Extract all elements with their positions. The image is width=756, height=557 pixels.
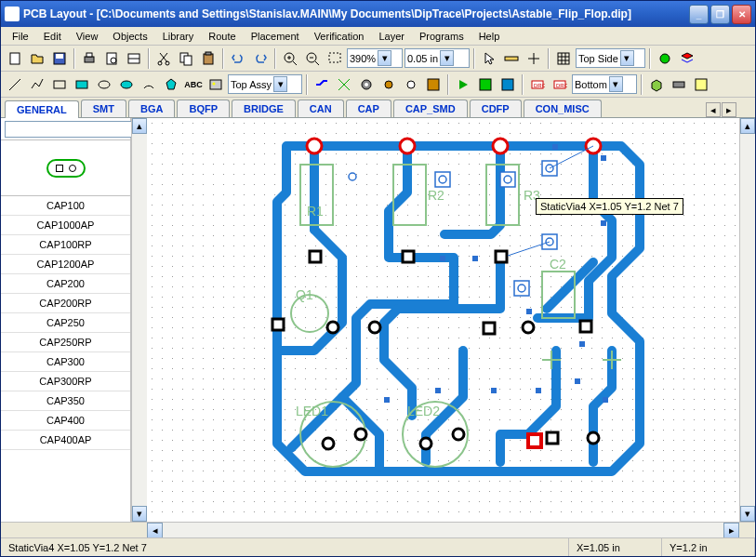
list-item[interactable]: CAP350 [1, 391, 130, 411]
3d-icon[interactable] [646, 74, 667, 95]
open-icon[interactable] [27, 48, 47, 69]
drc2-icon[interactable]: DRC [550, 74, 570, 95]
canvas-scroll-v[interactable]: ▴ ▾ [739, 118, 755, 522]
tab-smt[interactable]: SMT [81, 99, 126, 117]
scroll-left-icon[interactable]: ◂ [147, 523, 163, 538]
arc-icon[interactable] [139, 74, 159, 95]
autoroute-icon[interactable] [475, 74, 496, 95]
undo-icon[interactable] [228, 48, 248, 69]
menu-programs[interactable]: Programs [412, 29, 471, 44]
zoomout-icon[interactable] [302, 48, 323, 69]
filled-ellipse-icon[interactable] [116, 74, 137, 95]
scroll-right-icon[interactable]: ▸ [723, 523, 739, 538]
preview-icon[interactable] [101, 48, 122, 69]
route-icon[interactable] [312, 74, 332, 95]
list-item[interactable]: CAP250RP [1, 333, 130, 352]
svg-rect-34 [76, 81, 87, 88]
ellipse-icon[interactable] [94, 74, 114, 95]
assy-combo[interactable]: Top Assy▾ [228, 74, 302, 94]
tab-bridge[interactable]: BRIDGE [232, 99, 296, 117]
scroll-up-icon[interactable]: ▴ [740, 118, 755, 134]
tab-cap[interactable]: CAP [346, 99, 391, 117]
pointer-icon[interactable] [479, 48, 499, 69]
list-item[interactable]: CAP100RP [1, 235, 130, 255]
tab-capsmd[interactable]: CAP_SMD [393, 99, 468, 117]
hole-icon[interactable] [401, 74, 421, 95]
pad-icon[interactable] [356, 74, 377, 95]
tab-conmisc[interactable]: CON_MISC [524, 99, 602, 117]
new-icon[interactable] [5, 48, 25, 69]
menu-layer[interactable]: Layer [371, 29, 412, 44]
list-item[interactable]: CAP400AP [1, 431, 130, 450]
zoomwin-icon[interactable] [325, 48, 345, 69]
print-icon[interactable] [79, 48, 99, 69]
scroll-up-icon[interactable]: ▴ [132, 118, 147, 134]
canvas[interactable]: R1 R2 R3 Q1 C2 LED1 LED2 [147, 118, 739, 522]
zoomin-icon[interactable] [280, 48, 300, 69]
list-item[interactable]: CAP300 [1, 352, 130, 372]
image-icon[interactable] [206, 74, 226, 95]
grid-combo[interactable]: 0.05 in▾ [405, 48, 470, 68]
sidebar-scroll[interactable]: ▴ ▾ [131, 118, 147, 522]
tab-cdfp[interactable]: CDFP [470, 99, 522, 117]
menu-view[interactable]: View [69, 29, 106, 44]
unroute-icon[interactable] [497, 74, 518, 95]
tab-next-icon[interactable]: ▸ [722, 102, 736, 117]
origin-icon[interactable] [524, 48, 544, 69]
list-item[interactable]: CAP1200AP [1, 255, 130, 274]
rect-icon[interactable] [49, 74, 70, 95]
menu-file[interactable]: File [5, 29, 36, 44]
list-item[interactable]: CAP400 [1, 411, 130, 431]
zoom-combo[interactable]: 390%▾ [347, 48, 403, 68]
menu-edit[interactable]: Edit [36, 29, 69, 44]
polyline-icon[interactable] [27, 74, 47, 95]
scroll-down-icon[interactable]: ▾ [740, 506, 755, 522]
scroll-down-icon[interactable]: ▾ [132, 506, 147, 522]
layers-icon[interactable] [677, 48, 697, 69]
list-item[interactable]: CAP100 [1, 196, 130, 216]
copy-icon[interactable] [176, 48, 196, 69]
copper-icon[interactable] [423, 74, 444, 95]
run-icon[interactable] [453, 74, 473, 95]
list-item[interactable]: CAP200RP [1, 294, 130, 313]
text-icon[interactable]: ABC [183, 74, 204, 95]
poly-icon[interactable] [161, 74, 181, 95]
via-icon[interactable] [378, 74, 399, 95]
component-list[interactable]: CAP100 CAP1000AP CAP100RP CAP1200AP CAP2… [1, 196, 130, 522]
line-icon[interactable] [5, 74, 25, 95]
menu-route[interactable]: Route [201, 29, 243, 44]
cut-icon[interactable] [153, 48, 174, 69]
tab-prev-icon[interactable]: ◂ [706, 102, 721, 117]
layer-combo[interactable]: Bottom▾ [572, 74, 637, 94]
paste-icon[interactable] [198, 48, 219, 69]
menu-help[interactable]: Help [471, 29, 508, 44]
minimize-button[interactable]: _ [689, 5, 709, 24]
list-item[interactable]: CAP250 [1, 313, 130, 333]
titleblock-icon[interactable] [124, 48, 144, 69]
menu-library[interactable]: Library [155, 29, 202, 44]
list-item[interactable]: CAP300RP [1, 372, 130, 391]
tab-bqfp[interactable]: BQFP [177, 99, 230, 117]
schematic-icon[interactable] [691, 74, 711, 95]
list-item[interactable]: CAP200 [1, 274, 130, 294]
menu-placement[interactable]: Placement [244, 29, 307, 44]
close-button[interactable]: ✕ [732, 5, 751, 24]
grid-icon[interactable] [553, 48, 574, 69]
color-icon[interactable] [655, 48, 675, 69]
maximize-button[interactable]: ❐ [710, 5, 730, 24]
ratsnest-icon[interactable] [334, 74, 354, 95]
save-icon[interactable] [49, 48, 70, 69]
redo-icon[interactable] [250, 48, 271, 69]
ruler-icon[interactable] [501, 48, 522, 69]
tab-can[interactable]: CAN [298, 99, 344, 117]
list-item[interactable]: CAP1000AP [1, 216, 130, 235]
menu-objects[interactable]: Objects [105, 29, 154, 44]
tab-bga[interactable]: BGA [128, 99, 175, 117]
tab-general[interactable]: GENERAL [5, 100, 79, 118]
menu-verification[interactable]: Verification [307, 29, 372, 44]
canvas-scroll-h[interactable]: ◂ ▸ [1, 522, 755, 537]
filled-rect-icon[interactable] [72, 74, 92, 95]
side-combo[interactable]: Top Side▾ [576, 48, 645, 68]
component-icon[interactable] [669, 74, 689, 95]
drc-icon[interactable]: DRC [527, 74, 548, 95]
